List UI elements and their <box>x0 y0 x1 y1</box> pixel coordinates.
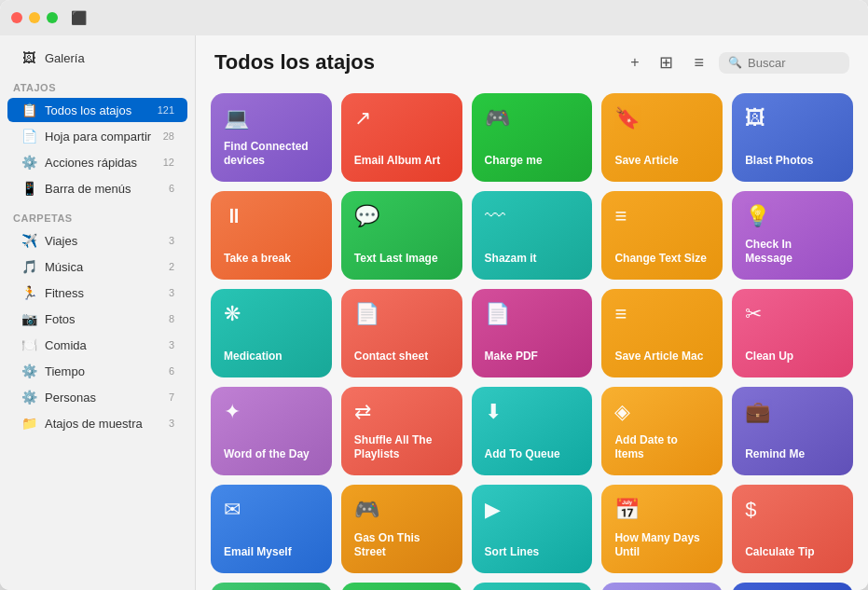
sidebar-item-fitness[interactable]: 🏃 Fitness 3 <box>7 281 187 305</box>
shortcut-place-eat[interactable]: 🗺 Place To Eat <box>211 583 332 590</box>
quick-actions-badge: 12 <box>163 157 174 168</box>
shortcut-calculate-tip[interactable]: $ Calculate Tip <box>732 485 853 573</box>
sidebar-item-personas[interactable]: ⚙️ Personas 7 <box>7 385 187 409</box>
all-shortcuts-icon: 📋 <box>21 103 37 117</box>
shortcut-add-queue[interactable]: ⬇ Add To Queue <box>472 387 593 475</box>
sidebar-item-comida[interactable]: 🍽️ Comida 3 <box>7 333 187 357</box>
menubar-label: Barra de menús <box>45 182 161 196</box>
section-title-atajos: Atajos <box>0 71 195 97</box>
viajes-badge: 3 <box>169 235 174 246</box>
shortcut-make-pdf[interactable]: 📄 Make PDF <box>472 289 593 377</box>
minimize-button[interactable] <box>29 12 40 23</box>
add-shortcut-button[interactable]: + <box>625 50 644 75</box>
email-album-label: Email Album Art <box>354 154 449 169</box>
maximize-button[interactable] <box>47 12 58 23</box>
shortcut-shuffle-playlists[interactable]: ⇄ Shuffle All The Playlists <box>341 387 462 475</box>
musica-badge: 2 <box>169 261 174 272</box>
shazam-label: Shazam it <box>485 252 580 267</box>
clean-up-icon: ✂ <box>745 302 840 326</box>
shortcut-contact-sheet[interactable]: 📄 Contact sheet <box>341 289 462 377</box>
list-view-button[interactable]: ≡ <box>688 49 710 76</box>
sidebar-item-menubar[interactable]: 📱 Barra de menús 6 <box>7 176 187 200</box>
shortcut-clean-up[interactable]: ✂ Clean Up <box>732 289 853 377</box>
viajes-label: Viajes <box>45 234 161 248</box>
shortcut-shazam[interactable]: 〰 Shazam it <box>472 191 593 280</box>
find-connected-label: Find Connected devices <box>224 140 319 169</box>
email-album-icon: ↗ <box>354 106 449 130</box>
shortcut-word-day[interactable]: ✦ Word of the Day <box>211 387 332 475</box>
shortcut-location-mother[interactable]: 🌿 Location to Mother <box>472 583 593 590</box>
medication-icon: ❋ <box>224 302 319 326</box>
search-input[interactable] <box>748 56 840 70</box>
shortcut-remind-me[interactable]: 💼 Remind Me <box>732 387 853 475</box>
save-article-mac-label: Save Article Mac <box>614 350 710 364</box>
save-article-icon: 🔖 <box>614 106 710 130</box>
shortcut-save-article-mac[interactable]: ≡ Save Article Mac <box>601 289 723 377</box>
quick-actions-label: Acciones rápidas <box>45 156 156 170</box>
fitness-icon: 🏃 <box>21 285 37 300</box>
shortcut-change-text[interactable]: ≡ Change Text Size <box>601 191 723 280</box>
change-text-icon: ≡ <box>614 204 710 228</box>
find-connected-icon: 💻 <box>224 106 319 130</box>
sidebar-item-quick-actions[interactable]: ⚙️ Acciones rápidas 12 <box>7 150 187 174</box>
tiempo-badge: 6 <box>169 365 174 377</box>
main-header: Todos los atajos + ⊞ ≡ 🔍 <box>196 35 868 86</box>
gas-street-icon: 🎮 <box>354 498 449 522</box>
musica-icon: 🎵 <box>21 259 37 274</box>
shortcut-email-album[interactable]: ↗ Email Album Art <box>341 93 462 182</box>
take-break-label: Take a break <box>224 252 319 267</box>
shortcut-blast-photos[interactable]: 🖼 Blast Photos <box>732 93 853 182</box>
shortcut-find-connected[interactable]: 💻 Find Connected devices <box>211 93 332 182</box>
shortcut-content-graph[interactable]: ◈ Content Graph <box>732 583 853 590</box>
how-many-days-label: How Many Days Until <box>614 531 710 560</box>
shortcut-medication[interactable]: ❋ Medication <box>211 289 332 377</box>
shortcut-checkin[interactable]: 💡 Check In Message <box>732 191 853 280</box>
text-last-label: Text Last Image <box>354 252 449 267</box>
email-myself-icon: ✉ <box>224 498 319 522</box>
sidebar-item-muestra[interactable]: 📁 Atajos de muestra 3 <box>7 411 187 435</box>
sidebar-item-tiempo[interactable]: ⚙️ Tiempo 6 <box>7 359 187 383</box>
shortcut-text-last[interactable]: 💬 Text Last Image <box>341 191 462 280</box>
titlebar: ⬛ <box>0 0 868 35</box>
sort-lines-label: Sort Lines <box>485 545 580 560</box>
sidebar-item-fotos[interactable]: 📷 Fotos 8 <box>7 307 187 331</box>
close-button[interactable] <box>11 12 22 23</box>
take-break-icon: ⏸ <box>224 204 319 228</box>
email-myself-label: Email Myself <box>224 545 319 560</box>
fitness-badge: 3 <box>169 287 174 298</box>
share-sheet-badge: 28 <box>163 130 174 142</box>
gallery-icon: 🖼 <box>21 50 37 65</box>
remind-me-label: Remind Me <box>745 447 840 462</box>
shortcut-infinite-loop[interactable]: ◈ Infinite Loop <box>601 583 723 590</box>
sidebar-item-gallery[interactable]: 🖼 Galería <box>7 46 187 70</box>
sidebar-item-all-shortcuts[interactable]: 📋 Todos los atajos 121 <box>7 98 187 122</box>
clean-up-label: Clean Up <box>745 350 840 364</box>
shortcut-charge[interactable]: 🎮 Charge me <box>472 93 593 182</box>
share-sheet-label: Hoja para compartir <box>45 130 156 144</box>
sidebar-item-musica[interactable]: 🎵 Música 2 <box>7 254 187 279</box>
blast-photos-icon: 🖼 <box>745 106 840 130</box>
shortcut-add-date[interactable]: ◈ Add Date to Items <box>601 387 723 475</box>
medication-label: Medication <box>224 350 319 364</box>
shortcut-save-article[interactable]: 🔖 Save Article <box>601 93 723 182</box>
sidebar-toggle-button[interactable]: ⬛ <box>69 8 88 27</box>
grid-view-button[interactable]: ⊞ <box>654 48 679 76</box>
sidebar-item-viajes[interactable]: ✈️ Viajes 3 <box>7 228 187 253</box>
shortcut-gas-street[interactable]: 🎮 Gas On This Street <box>341 485 462 573</box>
add-queue-icon: ⬇ <box>485 400 580 424</box>
sidebar-item-share-sheet[interactable]: 📄 Hoja para compartir 28 <box>7 124 187 148</box>
charge-icon: 🎮 <box>485 106 580 130</box>
tiempo-icon: ⚙️ <box>21 364 37 378</box>
shortcut-screenshots[interactable]: ◈ Screenshots <box>341 583 462 590</box>
shortcut-email-myself[interactable]: ✉ Email Myself <box>211 485 332 573</box>
musica-label: Música <box>45 260 161 274</box>
charge-label: Charge me <box>485 154 580 169</box>
shortcut-take-break[interactable]: ⏸ Take a break <box>211 191 332 280</box>
how-many-days-icon: 📅 <box>614 498 710 522</box>
comida-badge: 3 <box>169 339 174 350</box>
add-date-icon: ◈ <box>614 400 710 424</box>
shortcut-sort-lines[interactable]: ▶ Sort Lines <box>472 485 593 573</box>
save-article-label: Save Article <box>614 154 710 169</box>
shortcut-how-many-days[interactable]: 📅 How Many Days Until <box>601 485 723 573</box>
main-panel: Todos los atajos + ⊞ ≡ 🔍 💻 Find Connecte… <box>196 35 868 590</box>
